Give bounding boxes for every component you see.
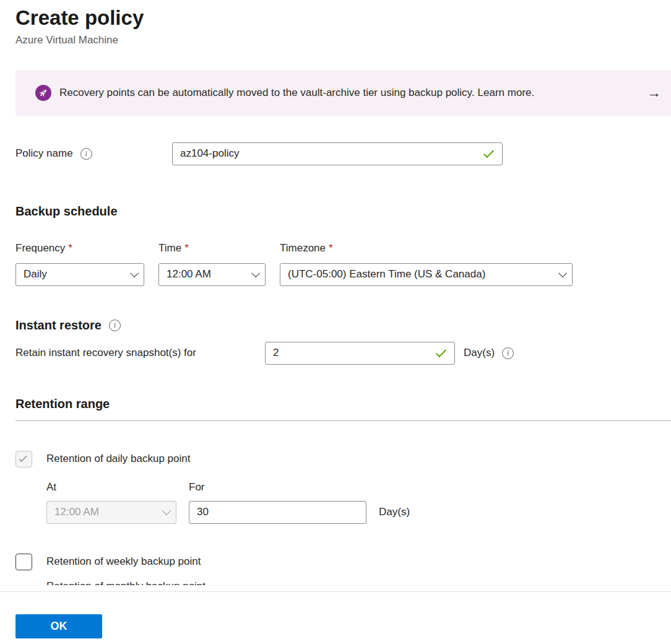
daily-for-input[interactable]: [197, 506, 358, 518]
footer-bar: OK: [0, 591, 671, 644]
info-icon[interactable]: i: [502, 347, 514, 359]
chevron-down-icon: [130, 269, 139, 277]
chevron-down-icon: [558, 269, 567, 277]
instant-restore-heading: Instant restore: [15, 318, 102, 333]
snapshot-days-unit: Day(s): [464, 347, 495, 359]
required-marker: *: [68, 242, 72, 255]
check-icon: [19, 454, 27, 462]
required-marker: *: [329, 242, 333, 255]
frequency-field: Frequency * Daily: [15, 242, 144, 286]
page-title: Create policy: [15, 5, 671, 32]
weekly-retention-label: Retention of weekly backup point: [46, 555, 201, 568]
retention-range-heading: Retention range: [15, 397, 671, 411]
info-icon[interactable]: i: [80, 148, 92, 160]
policy-name-field[interactable]: [172, 142, 503, 165]
valid-check-icon: [483, 147, 494, 158]
snapshot-days-field[interactable]: [265, 342, 455, 365]
weekly-retention-row: Retention of weekly backup point: [15, 554, 671, 570]
daily-for-label: For: [189, 481, 205, 494]
page-subtitle: Azure Virtual Machine: [15, 34, 671, 46]
daily-retention-row: Retention of daily backup point: [15, 451, 671, 468]
frequency-dropdown[interactable]: Daily: [15, 263, 144, 286]
backup-schedule-fields: Frequency * Daily Time * 12:00 AM Timezo…: [15, 242, 671, 286]
learn-more-link[interactable]: Learn more.: [478, 87, 535, 99]
time-field: Time * 12:00 AM: [158, 242, 266, 286]
chevron-down-icon: [251, 269, 260, 277]
timezone-label: Timezone: [280, 242, 326, 255]
time-label: Time: [158, 242, 181, 255]
rocket-icon: [35, 85, 51, 101]
daily-retention-label: Retention of daily backup point: [46, 453, 191, 465]
daily-at-value: 12:00 AM: [54, 506, 99, 518]
daily-at-label: At: [46, 481, 189, 494]
policy-name-input[interactable]: [180, 147, 480, 160]
archive-tier-banner: Recovery points can be automatically mov…: [15, 70, 671, 116]
snapshot-days-input[interactable]: [273, 347, 432, 359]
arrow-right-icon[interactable]: →: [647, 86, 661, 100]
backup-schedule-heading: Backup schedule: [15, 204, 671, 219]
timezone-value: (UTC-05:00) Eastern Time (US & Canada): [288, 268, 485, 281]
frequency-value: Daily: [24, 268, 47, 281]
weekly-retention-checkbox[interactable]: [15, 554, 32, 570]
snapshot-retain-label: Retain instant recovery snapshot(s) for: [15, 347, 265, 359]
section-divider: [15, 420, 671, 421]
info-icon[interactable]: i: [109, 320, 121, 331]
chevron-down-icon: [162, 507, 171, 515]
banner-message: Recovery points can be automatically mov…: [59, 87, 475, 99]
time-value: 12:00 AM: [167, 268, 211, 281]
timezone-field: Timezone * (UTC-05:00) Eastern Time (US …: [280, 242, 573, 286]
frequency-label: Frequency: [15, 242, 65, 255]
valid-check-icon: [436, 347, 446, 357]
daily-at-dropdown: 12:00 AM: [46, 501, 176, 524]
daily-days-unit: Day(s): [379, 506, 410, 518]
monthly-retention-label-clipped: Retention of monthly backup point: [46, 580, 671, 585]
ok-button[interactable]: OK: [15, 614, 102, 638]
instant-restore-row: Retain instant recovery snapshot(s) for …: [15, 342, 671, 365]
daily-retention-checkbox: [15, 451, 32, 468]
policy-name-row: Policy name i: [15, 142, 671, 165]
policy-name-label: Policy name: [15, 147, 73, 160]
timezone-dropdown[interactable]: (UTC-05:00) Eastern Time (US & Canada): [280, 263, 573, 286]
required-marker: *: [184, 242, 189, 255]
time-dropdown[interactable]: 12:00 AM: [158, 263, 266, 286]
daily-for-field[interactable]: [189, 501, 366, 524]
